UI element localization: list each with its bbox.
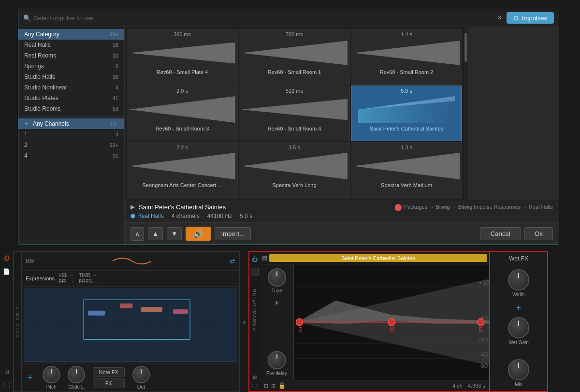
ir-icon-2[interactable]: ⊞ bbox=[271, 383, 276, 389]
pitch-knob[interactable] bbox=[43, 366, 60, 383]
sidebar-item-real-rooms[interactable]: Real Rooms 10 bbox=[18, 50, 124, 61]
svg-text:E: E bbox=[478, 326, 483, 333]
svg-marker-3 bbox=[129, 96, 235, 123]
conv-bottom-icon[interactable]: ⊞ bbox=[250, 375, 260, 380]
add-module-button[interactable]: + bbox=[240, 251, 248, 392]
impulse-cell-2[interactable]: 1.4 s Rev60 - Small Room 2 bbox=[351, 29, 462, 85]
note-fx-button[interactable]: Note FX bbox=[93, 367, 125, 377]
vel-arrow[interactable]: → bbox=[69, 273, 74, 278]
svg-rect-12 bbox=[120, 304, 132, 308]
glide-knob[interactable] bbox=[68, 366, 85, 383]
out-knob-group: Out bbox=[132, 366, 150, 390]
preview-button[interactable]: 🔊 bbox=[186, 227, 211, 241]
waveform-1 bbox=[241, 38, 348, 67]
impulse-cell-6[interactable]: 2.2 s Seongnam Arts Center Concert ... bbox=[127, 142, 238, 198]
width-knob-group: Width bbox=[508, 269, 529, 297]
ok-button[interactable]: Ok bbox=[524, 227, 553, 240]
poly-grid-panel: POLY GRID MW ⇄ Expressions bbox=[14, 251, 240, 392]
conv-power-button[interactable]: ⏻ bbox=[252, 256, 258, 263]
mix-knob[interactable] bbox=[508, 359, 529, 380]
sidebar-divider bbox=[18, 116, 124, 116]
star-icon: ✦ bbox=[24, 120, 29, 127]
expr-pres: PRES → bbox=[79, 279, 98, 284]
svg-marker-7 bbox=[129, 153, 235, 179]
sidebar-item-any-channels[interactable]: ✦ Any Channels 99+ bbox=[18, 118, 124, 129]
poly-grid-label: POLY GRID bbox=[15, 305, 20, 337]
scrollbar[interactable] bbox=[464, 27, 468, 200]
impulse-cell-7[interactable]: 3.5 s Spectra Verb Long bbox=[239, 142, 350, 198]
collapse-button[interactable]: ∧ bbox=[130, 227, 144, 241]
piano-roll[interactable] bbox=[24, 289, 237, 362]
sidebar-item-channel-1[interactable]: 1 4 bbox=[18, 129, 124, 140]
prev-button[interactable]: ▲ bbox=[148, 227, 163, 240]
cancel-button[interactable]: Cancel bbox=[480, 227, 521, 240]
conv-title-bar[interactable]: Saint Peter's Cathedral Saintes bbox=[269, 254, 487, 262]
conv-file-button[interactable] bbox=[251, 268, 259, 276]
impulse-cell-0[interactable]: 360 ms Rev60 - Small Plate 4 bbox=[127, 29, 238, 85]
file-icon[interactable]: 📄 bbox=[2, 267, 12, 276]
timb-arrow[interactable]: → bbox=[92, 273, 97, 278]
lock-icon[interactable]: 🔓 bbox=[278, 382, 286, 389]
power-icon[interactable]: ⏻ bbox=[2, 253, 12, 263]
info-bar-bottom: Real Halls 4 channels 44100 Hz 5.0 s bbox=[130, 213, 553, 219]
sidebar-item-studio-nonlinear[interactable]: Studio Nonlinear 4 bbox=[18, 82, 124, 93]
action-bar: ∧ ▲ ▼ 🔊 Import... Cancel Ok bbox=[125, 222, 559, 245]
svg-text:S: S bbox=[298, 326, 303, 333]
category-sidebar: Any Category 99+ Real Halls 16 Real Room… bbox=[18, 27, 125, 245]
ir-display: +10 -10 -20 -40 -60 S M bbox=[294, 264, 489, 380]
next-button[interactable]: ▼ bbox=[167, 227, 182, 240]
sidebar-item-studio-plates[interactable]: Studio Plates 41 bbox=[18, 93, 124, 103]
impulse-cell-5[interactable]: 5.0 s bbox=[351, 86, 462, 141]
tune-knob[interactable] bbox=[268, 268, 286, 287]
impulses-icon: ⊙ bbox=[513, 14, 519, 22]
breadcrumb: ⬤ Packages → Bitwig → Bitwig Impulse Res… bbox=[394, 203, 553, 211]
rel-arrow[interactable]: → bbox=[69, 279, 74, 284]
impulse-cell-3[interactable]: 2.0 s Rev60 - Small Room 3 bbox=[127, 86, 238, 141]
grid-icon[interactable]: ⋮⋮ bbox=[2, 380, 12, 390]
sidebar-item-channel-4[interactable]: 4 91 bbox=[18, 150, 124, 161]
conv-header: ▤ Saint Peter's Cathedral Saintes bbox=[260, 252, 489, 264]
svg-marker-4 bbox=[241, 99, 348, 120]
svg-marker-8 bbox=[241, 153, 348, 179]
play-icon[interactable]: ▶ bbox=[130, 203, 135, 210]
conv-content: Tune ☀ Pre-delay bbox=[260, 264, 489, 380]
width-knob[interactable] bbox=[508, 269, 529, 290]
close-button[interactable]: × bbox=[497, 14, 502, 22]
impulses-button[interactable]: ⊙ Impulses bbox=[507, 12, 554, 24]
conv-grid-icon[interactable]: ⋮⋮ bbox=[250, 382, 260, 387]
add-button[interactable]: + bbox=[26, 373, 35, 383]
ir-footer-info: 4 ch 4.963 s bbox=[452, 383, 485, 389]
modulation-arrow[interactable]: ⇄ bbox=[230, 257, 235, 265]
expr-vel: VEL → bbox=[58, 273, 78, 278]
mw-row: MW ⇄ bbox=[22, 252, 239, 271]
waveform-6 bbox=[129, 151, 235, 180]
wet-fx-add-button[interactable]: + bbox=[516, 303, 522, 313]
sun-icon[interactable]: ☀ bbox=[274, 299, 280, 307]
pre-delay-knob-group: Pre-delay bbox=[266, 351, 287, 376]
sidebar-item-studio-halls[interactable]: Studio Halls 36 bbox=[18, 72, 124, 82]
expr-timb: TIMB → bbox=[79, 273, 98, 278]
impulse-cell-8[interactable]: 1.3 s Spectra Verb Medium bbox=[351, 142, 462, 198]
pre-delay-knob[interactable] bbox=[268, 351, 286, 369]
sidebar-item-real-halls[interactable]: Real Halls 16 bbox=[18, 40, 124, 50]
import-button[interactable]: Import... bbox=[215, 227, 251, 240]
search-icon: 🔍 bbox=[23, 15, 31, 22]
impulse-cell-4[interactable]: 512 ms Rev60 - Small Room 4 bbox=[239, 86, 350, 141]
impulse-cell-1[interactable]: 700 ms Rev60 - Small Room 1 bbox=[239, 29, 350, 85]
ir-icon-1[interactable]: ⊟ bbox=[264, 383, 268, 389]
pres-arrow[interactable]: → bbox=[93, 279, 98, 284]
wet-gain-knob[interactable] bbox=[508, 317, 529, 338]
sidebar-item-channel-2[interactable]: 2 99+ bbox=[18, 140, 124, 150]
fx-button[interactable]: FX bbox=[93, 378, 125, 388]
scroll-thumb[interactable] bbox=[464, 33, 467, 62]
out-knob[interactable] bbox=[132, 366, 150, 383]
svg-point-32 bbox=[388, 319, 395, 326]
sidebar-item-any-category[interactable]: Any Category 99+ bbox=[18, 29, 124, 40]
sidebar-item-springs[interactable]: Springs 6 bbox=[18, 61, 124, 72]
tune-knob-group: Tune bbox=[268, 268, 286, 293]
wet-fx-header: Wet FX bbox=[490, 252, 547, 265]
layers-icon[interactable]: ⊞ bbox=[2, 367, 12, 377]
search-placeholder[interactable]: Select impulse to use bbox=[34, 15, 497, 22]
svg-marker-9 bbox=[353, 153, 460, 179]
sidebar-item-studio-rooms[interactable]: Studio Rooms 53 bbox=[18, 103, 124, 114]
